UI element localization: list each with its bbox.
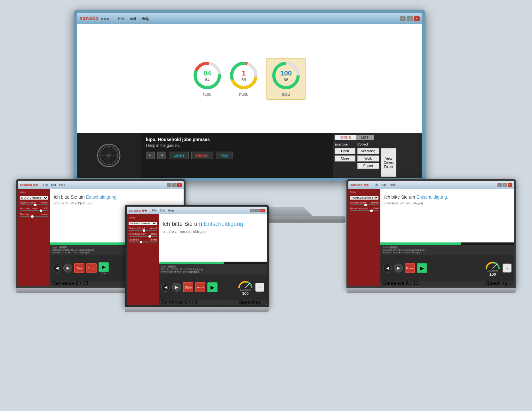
score-tupu-big: 84 [203, 69, 211, 77]
right-menu-edit[interactable]: Edit [381, 183, 386, 186]
playback-slider-right[interactable] [350, 204, 378, 205]
center-menu-help[interactable]: Help [168, 209, 174, 212]
challenge-slider-center[interactable] [129, 241, 157, 242]
recording-button[interactable]: Recording [357, 148, 379, 154]
playback-speed-label: Playback Speed [20, 202, 36, 204]
play-button[interactable]: Play [216, 152, 233, 159]
play-btn-center[interactable]: ▶ [207, 282, 218, 292]
status-bar-center: Sentence 6 / 13 Speaking... [159, 300, 267, 305]
right-app-content: Voice IVONA 2 Marlene ( Fe Playback Spee… [348, 189, 514, 286]
rec-len-slider-center[interactable] [129, 236, 157, 237]
left-menu-file[interactable]: File [43, 183, 48, 186]
phonetic-text-right: ɪx bɪˈtə ziː: ʊm ɛntˈʃʊldɪɡʊŋ [393, 251, 420, 254]
center-minimize[interactable]: ─ [250, 209, 255, 212]
stop-btn-left[interactable]: Stop [74, 263, 84, 273]
alpha-btn-right[interactable]: ᵢₐ [503, 264, 512, 273]
next-nav-right[interactable]: ▶ [394, 264, 403, 273]
record-col-left: Record [86, 263, 97, 273]
center-title-bar: sanako ⬘⬘ File Edit Help ─ □ ✕ [127, 207, 267, 214]
prev-nav-right[interactable]: ◀ [383, 264, 392, 273]
left-win-controls: ─ □ ✕ [167, 183, 182, 187]
listen-button[interactable]: Listen [169, 152, 189, 159]
right-action-bar: ◀ ▶ Record ▶ [380, 255, 514, 281]
right-menu-file[interactable]: File [374, 183, 378, 186]
work-button[interactable]: Work [357, 155, 379, 162]
center-menu-edit[interactable]: Edit [160, 209, 165, 212]
detected-label-left: Detected [52, 249, 61, 251]
right-menu-help[interactable]: Help [390, 183, 396, 186]
left-menu-edit[interactable]: Edit [51, 183, 56, 186]
right-maximize[interactable]: □ [503, 183, 507, 187]
phonetic-row-left: Phonetic: ɪx bɪˈtə ziː: ʊm ɛntˈʃʊldɪɡʊŋ [52, 251, 94, 254]
right-close[interactable]: ✕ [508, 183, 512, 187]
challenge-slider[interactable] [20, 216, 48, 217]
score-label-center: Excellent [240, 288, 250, 291]
score-label-right: Excellent [488, 269, 498, 272]
right-main-area: Ich bitte Sie um Entschuldigung. ɪx bɪˈt… [380, 189, 514, 286]
score-tupu-small: 64 [203, 77, 211, 82]
rec-len-slider-right[interactable] [350, 210, 378, 211]
close-button[interactable]: Close [335, 155, 355, 162]
voice-select[interactable]: IVONA 2 Marlene ( Fe [20, 196, 48, 200]
input-label-right: Input [383, 246, 388, 249]
maximize-button[interactable]: □ [407, 16, 413, 21]
play-btn-left[interactable]: ▶ [99, 262, 109, 272]
window-controls: ─ □ ✕ [400, 16, 420, 21]
status-bar-right: Sentence 6 / 13 Speaking... [380, 281, 514, 286]
center-menu-file[interactable]: File [152, 209, 157, 212]
left-minimize[interactable]: ─ [167, 183, 171, 187]
detected-row-right: Detected: Ich bitte Sie um Entschuldigun… [383, 249, 425, 251]
prev-nav-center[interactable]: ◀ [161, 283, 170, 292]
laptop-right-base [346, 288, 516, 293]
input-info-right: Input SOFT Detected: Ich bitte Sie um En… [380, 245, 514, 255]
next-nav-left[interactable]: ▶ [63, 264, 72, 273]
exercise-subtitle: I help in the garden. [146, 143, 328, 148]
menu-edit[interactable]: Edit [130, 16, 136, 21]
score-ring-lupu: 100 66 [272, 61, 300, 90]
sentence-status-right: Sentence 6 / 13 [383, 281, 419, 286]
collect-header: Collect [357, 143, 379, 146]
center-maximize[interactable]: □ [255, 209, 260, 212]
exercise-header: Exercise [335, 143, 355, 146]
next-nav-center[interactable]: ▶ [172, 283, 181, 292]
record-btn-center[interactable]: Record [195, 282, 205, 292]
record-btn-right[interactable]: Record [405, 263, 415, 273]
tab-icons[interactable]: ICONS [335, 135, 356, 140]
minimize-button[interactable]: ─ [400, 16, 406, 21]
voice-select-right[interactable]: IVONA 2 Marlene ( Fe [350, 196, 378, 200]
close-button[interactable]: ✕ [414, 16, 420, 21]
prev-button[interactable]: < [146, 152, 155, 159]
recording-length-label: Recording Length [20, 207, 37, 209]
center-close[interactable]: ✕ [260, 209, 265, 212]
play-btn-right[interactable]: ▶ [417, 263, 427, 273]
tab-list[interactable]: LIST [356, 135, 374, 140]
menu-help[interactable]: Help [141, 16, 149, 21]
recording-length-slider[interactable] [20, 210, 48, 211]
record-button[interactable]: Record [191, 152, 213, 159]
record-label-center: Record [197, 286, 204, 288]
phonetic-center: ɪx bɪˈtə ziː ʊm ɛntˈʃʊldɪɡʊŋ [163, 230, 263, 234]
left-close[interactable]: ✕ [177, 183, 182, 187]
score-card-lupu: 100 66 lupu [266, 58, 306, 100]
stop-btn-center[interactable]: Stop [183, 282, 193, 292]
right-app-window: sanako ⬘⬘ File Edit Help ─ □ ✕ Voice IVO… [348, 181, 514, 286]
view-collect-folder-button[interactable]: View Collect Folder [381, 148, 397, 177]
alpha-btn-center[interactable]: ᵢₐ [255, 283, 264, 292]
voice-select-center[interactable]: IVONA 2 Marlene ( Fe [129, 222, 157, 225]
detected-label-right: Detected [383, 249, 392, 251]
report-button[interactable]: Report [357, 163, 379, 169]
phonetic-text-left: ɪx bɪˈtə ziː: ʊm ɛntˈʃʊldɪɡʊŋ [62, 251, 90, 254]
challenge-val-center: Normal [149, 239, 157, 241]
left-maximize[interactable]: □ [172, 183, 177, 187]
open-button[interactable]: Open [335, 148, 355, 154]
left-menu-help[interactable]: Help [59, 183, 65, 186]
playback-slider-center[interactable] [129, 230, 157, 231]
record-btn-left[interactable]: Record [86, 263, 97, 273]
next-button[interactable]: > [157, 152, 166, 159]
prev-nav-left[interactable]: ◀ [52, 264, 61, 273]
playback-speed-slider[interactable] [20, 204, 48, 205]
right-minimize[interactable]: ─ [497, 183, 502, 187]
score-hupu-big: 1 [242, 69, 246, 77]
detected-text-left: Ich bitte Sie um Entschuldigung [63, 249, 94, 251]
menu-file[interactable]: File [118, 16, 124, 21]
